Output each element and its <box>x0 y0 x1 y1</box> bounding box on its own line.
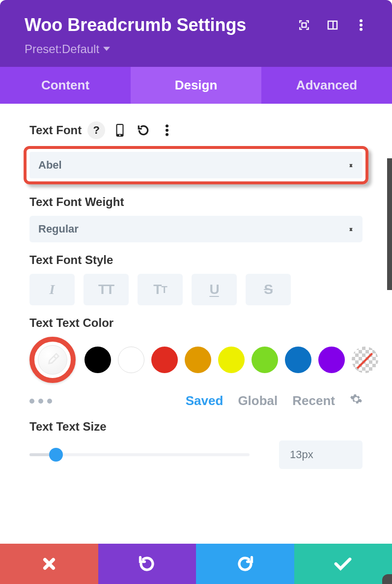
svg-line-12 <box>54 356 56 359</box>
text-font-weight-select[interactable]: Regular ▲▼ <box>29 216 363 242</box>
footer-actions <box>0 544 392 584</box>
eyedropper-button[interactable] <box>38 345 67 375</box>
svg-point-3 <box>360 19 363 22</box>
text-font-highlight: Abel ▲▼ <box>24 146 368 184</box>
svg-point-10 <box>166 129 168 132</box>
color-tab-recent[interactable]: Recent <box>292 393 335 409</box>
slider-thumb[interactable] <box>49 448 63 462</box>
tab-bar: Content Design Advanced <box>0 67 392 104</box>
font-style-toggle-row: I TT TT U S <box>29 274 363 305</box>
header-top-row: Woo Breadcrumb Settings <box>25 15 367 35</box>
color-expand-icon[interactable] <box>29 399 52 404</box>
text-color-label: Text Text Color <box>29 316 113 330</box>
settings-title: Woo Breadcrumb Settings <box>25 15 246 35</box>
color-tab-saved[interactable]: Saved <box>186 393 224 409</box>
svg-point-5 <box>360 28 363 31</box>
swatch-transparent[interactable] <box>352 347 378 373</box>
svg-point-11 <box>166 133 168 136</box>
svg-point-9 <box>166 124 168 127</box>
swatch-purple[interactable] <box>318 347 345 373</box>
snap-icon[interactable] <box>326 19 339 31</box>
gear-icon[interactable] <box>350 393 363 409</box>
settings-header: Woo Breadcrumb Settings Preset: Default <box>0 0 392 67</box>
scrollbar-thumb[interactable] <box>387 158 392 290</box>
text-font-style-label: Text Font Style <box>29 253 113 267</box>
swatch-green[interactable] <box>252 347 278 373</box>
cancel-button[interactable] <box>0 544 98 584</box>
text-size-slider[interactable] <box>29 453 250 456</box>
swatch-yellow[interactable] <box>218 347 245 373</box>
more-icon[interactable] <box>355 19 367 31</box>
svg-point-8 <box>119 135 121 136</box>
preset-selector[interactable]: Preset: Default <box>25 42 367 56</box>
preset-name: Default <box>62 42 99 56</box>
responsive-icon[interactable] <box>111 121 129 139</box>
text-font-value: Abel <box>38 159 62 172</box>
text-font-select[interactable]: Abel ▲▼ <box>29 152 363 178</box>
redo-button[interactable] <box>196 544 294 584</box>
settings-body: Text Font ? Abel ▲▼ Text Font Weight Reg… <box>0 104 392 544</box>
preset-prefix: Preset: <box>25 42 62 56</box>
uppercase-button[interactable]: TT <box>84 274 129 305</box>
underline-button[interactable]: U <box>192 274 237 305</box>
save-button[interactable] <box>294 544 392 584</box>
resize-handle[interactable] <box>382 574 392 584</box>
field-more-icon[interactable] <box>158 121 176 139</box>
svg-rect-7 <box>117 125 123 134</box>
text-size-control: 13px <box>29 440 363 469</box>
italic-button[interactable]: I <box>29 274 75 305</box>
swatch-orange[interactable] <box>185 347 211 373</box>
swatch-blue[interactable] <box>285 347 311 373</box>
text-font-weight-value: Regular <box>38 223 79 235</box>
color-swatch-row <box>29 337 363 383</box>
color-tab-global[interactable]: Global <box>238 393 278 409</box>
tab-design[interactable]: Design <box>131 67 261 104</box>
tab-content[interactable]: Content <box>0 67 131 104</box>
tab-advanced[interactable]: Advanced <box>261 67 392 104</box>
smallcaps-button[interactable]: TT <box>138 274 183 305</box>
text-size-input[interactable]: 13px <box>279 440 363 469</box>
help-icon[interactable]: ? <box>87 121 105 139</box>
eyedropper-highlight <box>29 337 76 383</box>
strikethrough-button[interactable]: S <box>246 274 291 305</box>
text-font-label: Text Font <box>29 123 82 137</box>
text-font-label-row: Text Font ? <box>29 121 363 139</box>
chevron-down-icon <box>103 47 110 52</box>
reset-icon[interactable] <box>135 121 152 139</box>
swatch-white[interactable] <box>118 347 144 373</box>
svg-point-4 <box>360 24 363 27</box>
expand-icon[interactable] <box>298 19 310 31</box>
svg-rect-0 <box>302 23 307 28</box>
text-size-label: Text Text Size <box>29 420 107 434</box>
undo-button[interactable] <box>98 544 196 584</box>
text-font-weight-label: Text Font Weight <box>29 195 124 209</box>
swatch-red[interactable] <box>151 347 178 373</box>
swatch-black[interactable] <box>84 347 111 373</box>
